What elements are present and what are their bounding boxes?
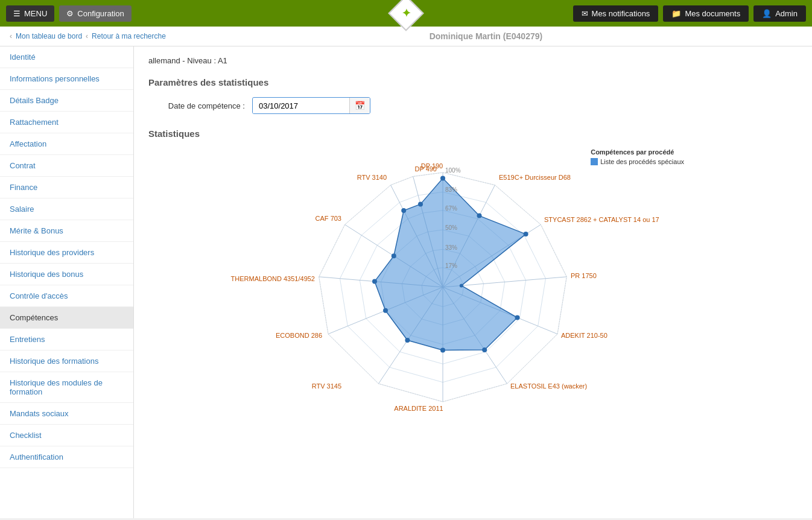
sidebar-item-mandats[interactable]: Mandats sociaux [0,403,133,425]
pct-67: 67% [445,205,457,212]
label-adekit: ADEKIT 210-50 [561,332,607,339]
notifications-label: Mes notifications [592,9,650,18]
user-icon: 👤 [762,9,772,18]
sidebar-item-merite-bonus[interactable]: Mérite & Bonus [0,220,133,242]
sidebar-item-historique-modules[interactable]: Historique des modules de formation [0,372,133,403]
sidebar-item-historique-bonus[interactable]: Historique des bonus [0,264,133,285]
stats-params-section: Paramètres des statistiques Date de comp… [148,77,798,114]
label-elastosil: ELASTOSIL E43 (wacker) [510,382,587,390]
sidebar-item-historique-providers[interactable]: Historique des providers [0,242,133,264]
chevron-left-icon: ‹ [10,32,12,40]
dot-7 [405,338,410,343]
main-layout: Identité Informations personnelles Détai… [0,46,812,518]
label-araldite: ARALDITE 2011 [394,405,443,412]
sidebar-item-infos-perso[interactable]: Informations personnelles [0,68,133,90]
breadcrumb-separator: ‹ [86,32,88,40]
chart-title: Statistiques [148,128,798,139]
pct-17: 17% [445,262,457,269]
label-rtv3140: RTV 3140 [357,174,387,181]
sidebar-item-contrat[interactable]: Contrat [0,155,133,177]
sidebar-item-controle-acces[interactable]: Contrôle d'accès [0,285,133,307]
chart-section: Statistiques Compétences par procédé Lis… [148,128,798,426]
sidebar-item-competences[interactable]: Compétences [0,307,133,329]
envelope-icon: ✉ [582,9,588,18]
topnav-right: ✉ Mes notifications 📁 Mes documents 👤 Ad… [573,5,806,22]
pct-83: 83% [445,186,457,193]
dot-2 [524,232,528,236]
label-rtv3145: RTV 3145 [312,382,341,390]
date-label: Date de compétence : [148,101,245,110]
admin-label: Admin [775,9,798,18]
dot-10 [392,253,396,258]
gear-icon: ⚙ [66,9,74,18]
sidebar-item-details-badge[interactable]: Détails Badge [0,90,133,112]
label-stycast: STYCAST 2862 + CATALYST 14 ou 17 [544,216,659,223]
logo-diamond: ✦ [388,0,423,31]
label-pr1750: PR 1750 [571,272,597,279]
legend-color-box [591,158,598,165]
label-caf703: CAF 703 [316,215,341,222]
label-thermalbond: THERMALBOND 4351/4952 [231,275,315,282]
logo-text: ✦ [402,7,411,20]
dot-4 [515,315,520,320]
config-label: Configuration [77,9,124,18]
menu-label: MENU [24,9,47,18]
sidebar-item-authentification[interactable]: Authentification [0,446,133,468]
dot-11 [401,208,406,213]
notifications-button[interactable]: ✉ Mes notifications [573,5,659,22]
dot-0 [440,176,445,181]
legend-title: Compétences par procédé [591,148,684,156]
pct-50: 50% [445,224,457,231]
label-dp490: DP 490 [415,165,437,173]
dot-5 [482,347,487,352]
pct-33: 33% [445,244,457,251]
dot-8 [383,308,388,313]
chart-legend: Compétences par procédé Liste des procéd… [591,148,684,165]
sidebar-item-entretiens[interactable]: Entretiens [0,329,133,350]
folder-icon: 📁 [671,9,681,18]
date-input-wrap: 📅 [252,97,370,114]
breadcrumb-dashboard[interactable]: Mon tableau de bord [16,32,82,40]
calendar-icon[interactable]: 📅 [349,98,370,113]
date-form-row: Date de compétence : 📅 [148,97,798,114]
sidebar-item-identite[interactable]: Identité [0,46,133,68]
language-level: allemand - Niveau : A1 [148,56,798,65]
hamburger-icon: ☰ [13,9,21,18]
admin-button[interactable]: 👤 Admin [753,5,806,22]
dot-6 [440,348,445,353]
radar-chart: .axis-line { stroke: #b0c4d8; stroke-wid… [262,154,636,426]
topnav: ☰ MENU ⚙ Configuration ✦ ✉ Mes notificat… [0,0,812,27]
dot-3 [460,284,463,287]
dot-12 [418,201,423,206]
sidebar: Identité Informations personnelles Détai… [0,46,134,518]
documents-label: Mes documents [685,9,740,18]
menu-button[interactable]: ☰ MENU [6,5,54,22]
date-input[interactable] [253,98,349,113]
sidebar-item-affectation[interactable]: Affectation [0,133,133,155]
topnav-left: ☰ MENU ⚙ Configuration [6,5,132,22]
page-title: Dominique Martin (E040279) [170,31,802,41]
logo-container: ✦ [393,1,419,26]
content-area: allemand - Niveau : A1 Paramètres des st… [134,46,812,518]
sidebar-item-checklist[interactable]: Checklist [0,425,133,446]
legend-item: Liste des procédés spéciaux [591,158,684,165]
chart-container: Compétences par procédé Liste des procéd… [262,148,684,426]
breadcrumb-search[interactable]: Retour à ma recherche [92,32,166,40]
label-ecobond: ECOBOND 286 [276,332,322,339]
config-button[interactable]: ⚙ Configuration [59,5,131,22]
legend-item-label: Liste des procédés spéciaux [600,158,684,165]
dot-9 [372,279,377,284]
dot-1 [477,214,482,218]
label-e519c: E519C+ Durcisseur D68 [499,174,571,181]
sidebar-item-rattachement[interactable]: Rattachement [0,112,133,133]
pct-100: 100% [445,167,461,174]
sidebar-item-salaire[interactable]: Salaire [0,198,133,220]
sidebar-item-finance[interactable]: Finance [0,177,133,198]
documents-button[interactable]: 📁 Mes documents [663,5,749,22]
sidebar-item-historique-formations[interactable]: Historique des formations [0,350,133,372]
stats-params-title: Paramètres des statistiques [148,77,798,87]
